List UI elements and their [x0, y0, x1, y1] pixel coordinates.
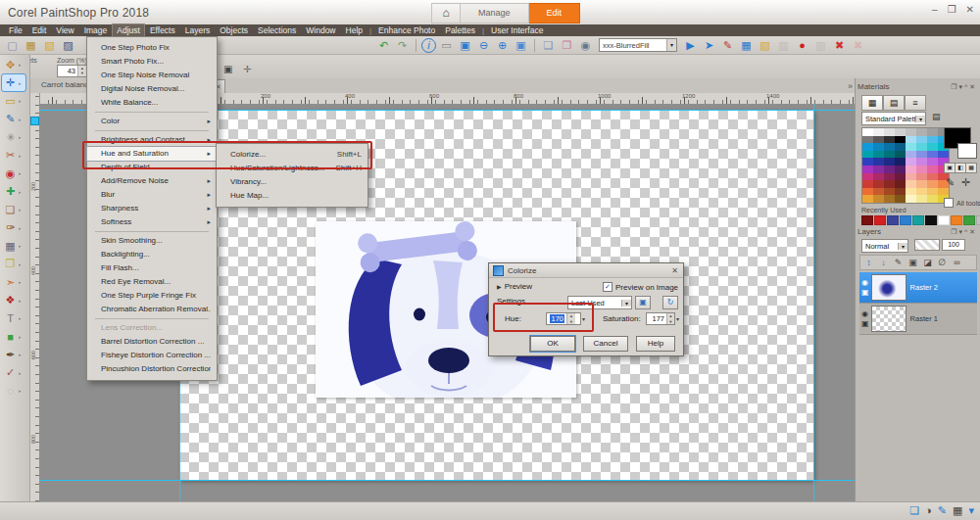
settings-dropdown[interactable]: Last Used▾ ▣ ↻ — [567, 296, 678, 309]
layer-lock-icon[interactable]: ▣ — [861, 320, 869, 328]
layers-toolbar-icon-2[interactable]: ✎ — [892, 257, 905, 268]
palette-swatch[interactable] — [916, 180, 927, 188]
tool-flyout-icon[interactable]: ▸ — [19, 62, 22, 68]
pan-tool[interactable]: ✥▸ — [2, 57, 25, 73]
run-script-icon[interactable]: ▶ — [682, 38, 699, 53]
menu-item-pincushion-distortion-correction[interactable]: Pincushion Distortion Correction ... — [87, 362, 217, 376]
palette-swatch[interactable] — [873, 180, 884, 188]
recent-swatch[interactable] — [976, 215, 980, 225]
chevron-down-icon[interactable]: ▾ — [666, 39, 676, 51]
palette-swatch[interactable] — [862, 128, 873, 136]
menu-item-softness[interactable]: Softness▸ — [87, 215, 217, 229]
layers-toolbar-icon-5[interactable]: ∅ — [936, 257, 949, 268]
palette-swatch[interactable] — [916, 195, 927, 203]
menu-item-chromatic-aberration-removal[interactable]: Chromatic Aberration Removal... — [87, 303, 217, 316]
menu-item-white-balance[interactable]: White Balance... — [87, 96, 217, 110]
menu-window[interactable]: Window — [302, 24, 339, 36]
zoom-spinner[interactable]: ▴▾ — [77, 66, 86, 76]
palette-swatch[interactable] — [906, 128, 916, 136]
submenu-item-hue-saturation-lightness[interactable]: Hue/Saturation/Lightness...Shift+H — [217, 162, 368, 175]
materials-header-icon[interactable]: ✕ — [969, 83, 975, 90]
info-icon[interactable]: i — [421, 38, 436, 53]
tab-manage[interactable]: Manage — [461, 3, 529, 24]
stop-script-icon[interactable]: ▥ — [812, 38, 829, 53]
reset-icon[interactable]: ↻ — [662, 296, 678, 309]
palette-swatch[interactable] — [927, 165, 938, 173]
status-icon-0[interactable]: ❏ — [909, 504, 919, 517]
palette-swatch[interactable] — [895, 143, 906, 151]
palette-swatch[interactable] — [906, 158, 916, 165]
menu-item-smart-photo-fix[interactable]: Smart Photo Fix... — [87, 55, 217, 69]
menu-help[interactable]: Help — [342, 24, 367, 36]
status-icon-2[interactable]: ✎ — [938, 504, 947, 517]
resize-icon[interactable]: ▣ — [457, 38, 473, 53]
restore-icon[interactable]: ❐ — [948, 4, 956, 15]
menu-item-sharpness[interactable]: Sharpness▸ — [87, 202, 217, 215]
opacity-value[interactable]: 100 — [942, 239, 965, 251]
hue-spinbox[interactable]: 170 ▴▾ ▾ — [546, 312, 585, 325]
palette-options-icon[interactable]: ▤ — [932, 112, 941, 121]
tool-flyout-icon[interactable]: ▸ — [19, 279, 22, 285]
picture-tube-tool[interactable]: ➣▸ — [2, 274, 25, 291]
save-preset-icon[interactable]: ▣ — [635, 296, 651, 309]
menu-objects[interactable]: Objects — [216, 24, 252, 36]
layers-toolbar-icon-4[interactable]: ◪ — [921, 257, 934, 268]
palette-swatch[interactable] — [916, 173, 927, 181]
palette-swatch[interactable] — [895, 173, 906, 181]
opacity-control[interactable]: 100 — [914, 239, 965, 251]
makeover-tool[interactable]: ✚▸ — [2, 183, 25, 200]
palette-swatch[interactable] — [895, 151, 906, 159]
blend-mode-dropdown[interactable]: Normal▾ — [861, 239, 908, 253]
preview-toggle[interactable]: ▶ Preview — [497, 282, 532, 291]
palette-swatch[interactable] — [916, 128, 927, 136]
menu-item-one-step-purple-fringe-fix[interactable]: One Step Purple Fringe Fix — [87, 289, 217, 303]
mesh-warp-tool[interactable]: ◌▸ — [2, 383, 25, 400]
layers-header-icons[interactable]: ❐ ▾ ^ ✕ — [951, 228, 975, 236]
recent-swatch[interactable] — [912, 215, 924, 225]
menu-item-fisheye-distortion-correction[interactable]: Fisheye Distortion Correction ... — [87, 349, 217, 362]
preview-icon[interactable]: ▭ — [438, 38, 455, 53]
warp-brush-tool[interactable]: ✓▸ — [2, 364, 25, 381]
palette-swatch[interactable] — [916, 136, 927, 144]
palette-swatch[interactable] — [884, 136, 895, 144]
tool-flyout-icon[interactable]: ▸ — [19, 352, 22, 357]
palette-swatch[interactable] — [916, 158, 927, 165]
status-icon-4[interactable]: ▾ — [968, 504, 974, 517]
swap-image-icon[interactable]: ▣ — [223, 64, 232, 74]
record-script-icon[interactable]: ● — [794, 38, 810, 53]
paste-icon[interactable]: ❐ — [559, 38, 575, 53]
tool-flyout-icon[interactable]: ▸ — [19, 170, 22, 176]
palette-swatch[interactable] — [927, 173, 938, 181]
menu-item-depth-of-field[interactable]: Depth of Field... — [87, 161, 217, 174]
open-icon[interactable]: ▧ — [41, 38, 58, 53]
menu-item-lens-correction[interactable]: Lens Correction... — [87, 321, 217, 335]
menu-user-interface[interactable]: User Interface — [487, 24, 547, 36]
menu-item-hue-and-saturation[interactable]: Hue and Saturation▸ — [87, 147, 217, 161]
palette-swatch[interactable] — [927, 143, 938, 151]
submenu-item-hue-map[interactable]: Hue Map... — [217, 189, 368, 203]
palette-swatch[interactable] — [927, 151, 938, 159]
palette-swatch[interactable] — [906, 151, 916, 159]
materials-tab-0[interactable]: ▦ — [861, 95, 883, 111]
palette-swatch[interactable] — [916, 143, 927, 151]
palette-swatch[interactable] — [884, 143, 895, 151]
pattern-style-icon[interactable]: ▦ — [965, 163, 977, 173]
palette-swatch[interactable] — [927, 180, 938, 188]
submenu-item-colorize[interactable]: Colorize...Shift+L — [217, 148, 368, 162]
redo-icon[interactable]: ↷ — [394, 38, 411, 53]
palette-swatch[interactable] — [906, 165, 916, 173]
saturation-spinbox[interactable]: 177 ▴▾ ▾ — [646, 312, 679, 325]
chevron-down-icon[interactable]: ▾ — [621, 300, 631, 307]
recent-swatch[interactable] — [938, 215, 950, 225]
palette-swatch[interactable] — [873, 158, 884, 165]
collapse-right-icon[interactable]: » — [848, 81, 853, 91]
saturation-slider-drop-icon[interactable]: ▾ — [676, 315, 679, 322]
layers-toolbar-icon-6[interactable]: ∞ — [951, 257, 963, 268]
discard-script-icon[interactable]: ✖ — [850, 38, 866, 53]
minimize-icon[interactable]: – — [932, 4, 938, 15]
dropper-tool[interactable]: ✎▸ — [2, 111, 25, 127]
close-icon[interactable]: ✕ — [966, 4, 974, 15]
palette-swatch[interactable] — [906, 188, 916, 196]
tool-flyout-icon[interactable]: ▸ — [19, 189, 22, 195]
palette-swatch[interactable] — [895, 128, 906, 136]
